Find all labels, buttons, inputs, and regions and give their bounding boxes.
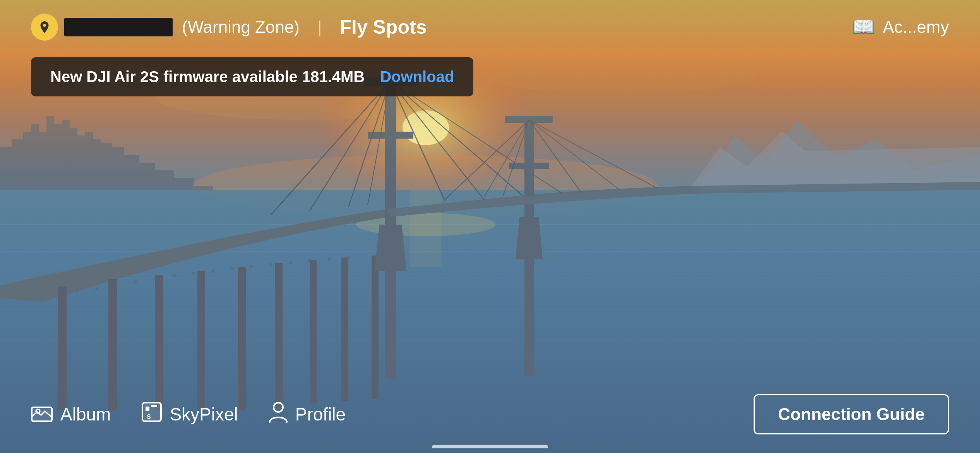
header-right: 📖 Ac...emy (852, 16, 949, 38)
skypixel-icon: S (142, 402, 162, 427)
firmware-message: New DJI Air 2S firmware available 181.4M… (50, 68, 365, 86)
connection-guide-button[interactable]: Connection Guide (754, 394, 949, 434)
header: (Warning Zone) | Fly Spots 📖 Ac...emy (0, 0, 980, 54)
academy-book-icon: 📖 (852, 16, 875, 38)
academy-label: Ac...emy (883, 17, 949, 37)
firmware-banner: New DJI Air 2S firmware available 181.4M… (31, 57, 473, 96)
home-indicator (432, 445, 548, 448)
skypixel-label: SkyPixel (170, 404, 238, 425)
album-nav-item[interactable]: Album (31, 402, 111, 427)
location-name-redacted (64, 18, 173, 36)
svg-point-69 (274, 403, 283, 412)
album-label: Album (60, 404, 111, 425)
fly-spots-label: Fly Spots (339, 16, 427, 38)
header-divider: | (317, 17, 322, 37)
skypixel-nav-item[interactable]: S SkyPixel (142, 402, 238, 427)
location-badge: (Warning Zone) | Fly Spots (31, 14, 427, 41)
svg-rect-66 (146, 407, 149, 411)
profile-nav-item[interactable]: Profile (269, 401, 346, 428)
album-icon (31, 402, 53, 427)
svg-text:S: S (147, 414, 151, 420)
location-pin-icon (31, 14, 58, 41)
profile-person-icon (269, 401, 288, 428)
warning-zone-label: (Warning Zone) (182, 17, 300, 37)
bottom-bar: Album S SkyPixel Profile Connection Guid… (0, 383, 980, 453)
profile-label: Profile (295, 404, 346, 425)
svg-rect-67 (151, 405, 157, 407)
download-link[interactable]: Download (380, 68, 454, 86)
